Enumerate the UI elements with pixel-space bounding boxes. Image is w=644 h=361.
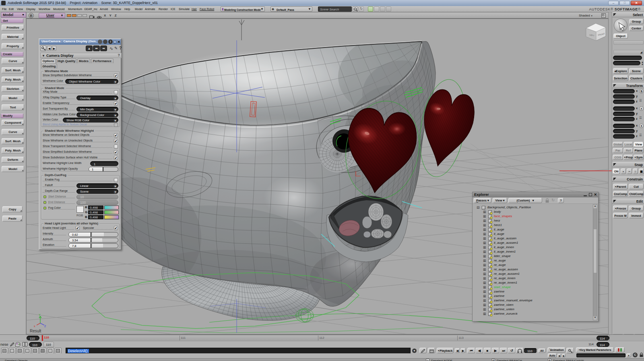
svg-text:Y: Y xyxy=(39,313,41,316)
svg-text:Z: Z xyxy=(44,325,46,328)
svg-text:x: x xyxy=(34,325,35,328)
